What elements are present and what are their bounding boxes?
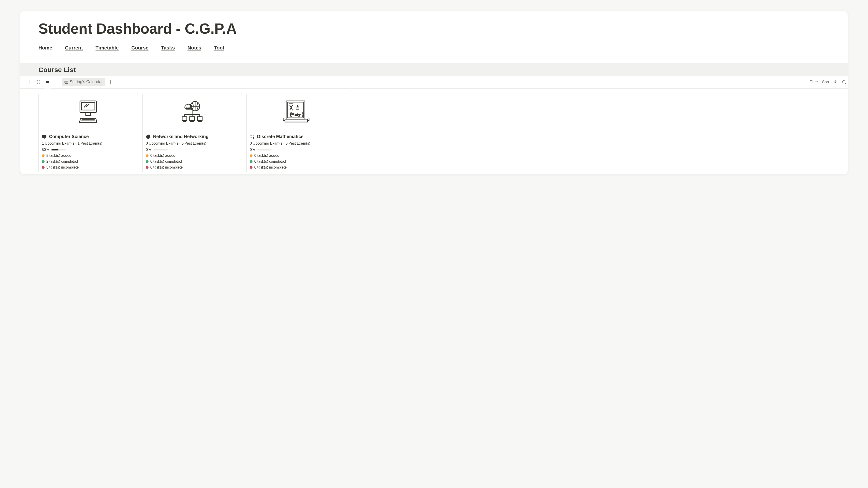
nav-notes[interactable]: Notes — [187, 45, 201, 51]
svg-point-53 — [297, 105, 298, 107]
nav-tasks[interactable]: Tasks — [161, 45, 175, 51]
svg-text:{=: {= — [289, 112, 294, 116]
globe-icon — [146, 134, 151, 139]
svg-point-11 — [55, 80, 55, 81]
folder-icon — [45, 80, 49, 84]
course-body: Computer Science 1 Upcoming Exam(s), 1 P… — [39, 131, 138, 173]
course-title: Computer Science — [49, 134, 89, 139]
add-block-button[interactable] — [27, 79, 33, 85]
status-dot-incomplete — [42, 166, 44, 169]
svg-point-4 — [37, 82, 38, 83]
top-nav: Home Current Timetable Course Tasks Note… — [38, 41, 830, 55]
course-cards-row: Computer Science 1 Upcoming Exam(s), 1 P… — [38, 93, 848, 173]
view-settings-calendar-label: Setting's Calendar — [70, 79, 103, 84]
svg-rect-14 — [65, 80, 68, 84]
content-area: Student Dashboard - C.G.P.A Home Current… — [20, 20, 848, 173]
course-progress-row: 0% — [146, 148, 239, 152]
course-title-row: Computer Science — [42, 134, 134, 139]
svg-rect-29 — [42, 135, 46, 137]
tasks-incomplete: 0 task(s) incomplete — [150, 165, 183, 169]
tasks-added-row: 0 task(s) added — [250, 154, 342, 158]
views-row: Setting's Calendar Filter Sort — [27, 76, 848, 86]
view-gallery[interactable] — [44, 79, 51, 85]
course-progress-pct: 0% — [146, 148, 151, 152]
svg-point-62 — [253, 138, 254, 138]
tasks-completed-row: 2 task(s) completed — [42, 160, 134, 164]
course-title: Networks and Networking — [153, 134, 209, 139]
course-progress-row: 50% — [42, 148, 134, 152]
bolt-icon[interactable] — [833, 80, 838, 84]
status-dot-added — [42, 154, 44, 157]
drag-handle[interactable] — [35, 79, 41, 85]
tasks-incomplete: 3 task(s) incomplete — [46, 165, 79, 169]
plus-icon — [107, 79, 114, 85]
nav-tool[interactable]: Tool — [214, 45, 224, 51]
svg-text:x+y: x+y — [295, 112, 301, 116]
course-exams: 0 Upcoming Exam(s), 0 Past Exam(s) — [146, 141, 239, 145]
status-dot-incomplete — [146, 166, 149, 169]
course-card[interactable]: Computer Science 1 Upcoming Exam(s), 1 P… — [38, 93, 138, 173]
svg-point-37 — [189, 108, 190, 109]
plus-icon — [27, 79, 33, 85]
svg-point-3 — [39, 80, 40, 81]
svg-point-20 — [842, 80, 845, 83]
filter-button[interactable]: Filter — [809, 80, 818, 84]
tasks-completed-row: 0 task(s) completed — [146, 160, 239, 164]
svg-rect-47 — [197, 117, 202, 120]
page-title: Student Dashboard - C.G.P.A — [38, 20, 830, 37]
svg-text:}: } — [302, 112, 304, 116]
nav-home[interactable]: Home — [38, 45, 52, 51]
svg-point-6 — [37, 83, 38, 84]
math-icon — [250, 134, 255, 139]
tasks-completed: 0 task(s) completed — [254, 160, 286, 164]
add-view-button[interactable] — [107, 79, 114, 85]
svg-point-7 — [39, 83, 40, 84]
course-exams: 0 Upcoming Exam(s), 0 Past Exam(s) — [250, 141, 342, 145]
course-cover — [39, 93, 138, 131]
status-dot-incomplete — [250, 166, 252, 169]
sort-button[interactable]: Sort — [822, 80, 829, 84]
svg-point-12 — [55, 82, 55, 82]
tasks-completed-row: 0 task(s) completed — [250, 160, 342, 164]
views-right: Filter Sort — [809, 80, 848, 84]
section-title: Course List — [20, 63, 848, 76]
svg-point-35 — [186, 108, 187, 109]
status-dot-added — [146, 154, 149, 157]
computer-icon — [73, 97, 103, 127]
svg-rect-44 — [183, 120, 186, 121]
course-card[interactable]: Networks and Networking 0 Upcoming Exam(… — [143, 93, 242, 173]
svg-point-2 — [37, 80, 38, 81]
course-progress-pct: 0% — [250, 148, 255, 152]
course-card[interactable]: {= x+y } Discrete Mathematics 0 Upcoming… — [246, 93, 346, 173]
search-icon[interactable] — [842, 80, 846, 84]
course-progress-row: 0% — [250, 148, 342, 152]
nav-current[interactable]: Current — [65, 45, 83, 51]
course-exams: 1 Upcoming Exam(s), 1 Past Exam(s) — [42, 141, 134, 145]
network-icon — [178, 97, 207, 127]
nav-course[interactable]: Course — [131, 45, 149, 51]
svg-point-36 — [188, 108, 188, 109]
view-list[interactable] — [53, 79, 60, 85]
page-container: Student Dashboard - C.G.P.A Home Current… — [20, 11, 848, 174]
svg-point-13 — [55, 83, 55, 83]
course-cover — [143, 93, 242, 131]
view-settings-calendar[interactable]: Setting's Calendar — [62, 78, 105, 86]
svg-point-61 — [253, 137, 254, 137]
svg-line-21 — [845, 83, 846, 84]
course-progress-fill — [51, 149, 59, 151]
tasks-incomplete-row: 0 task(s) incomplete — [146, 165, 239, 169]
tasks-added: 0 task(s) added — [150, 154, 175, 158]
views-left: Setting's Calendar — [27, 78, 114, 86]
course-body: Networks and Networking 0 Upcoming Exam(… — [143, 131, 242, 173]
course-progress-bar — [153, 149, 168, 151]
status-dot-added — [250, 154, 252, 157]
svg-rect-23 — [81, 102, 95, 110]
svg-rect-26 — [86, 112, 91, 116]
course-progress-pct: 50% — [42, 148, 49, 152]
svg-rect-43 — [182, 117, 187, 120]
course-title: Discrete Mathematics — [257, 134, 304, 139]
nav-timetable[interactable]: Timetable — [96, 45, 119, 51]
svg-rect-57 — [285, 119, 307, 122]
tasks-added: 0 task(s) added — [254, 154, 279, 158]
course-progress-bar — [51, 149, 66, 151]
